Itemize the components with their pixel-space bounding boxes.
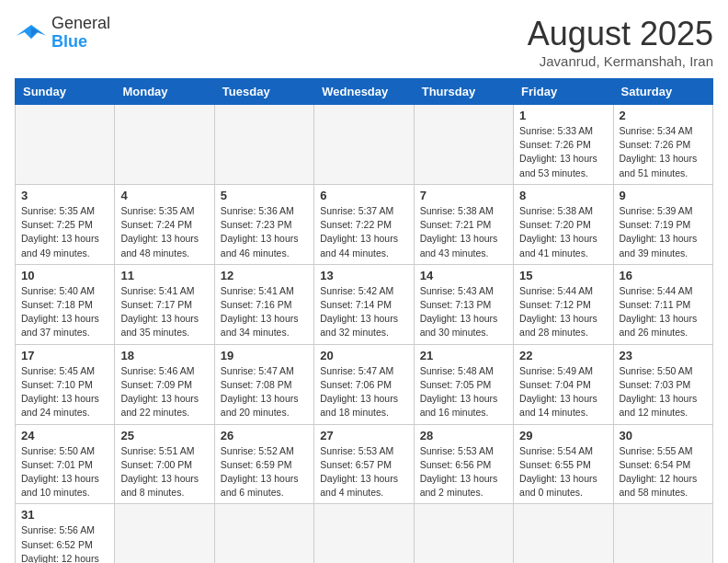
day-info: Sunrise: 5:42 AM Sunset: 7:14 PM Dayligh… [320, 284, 407, 340]
day-info: Sunrise: 5:34 AM Sunset: 7:26 PM Dayligh… [620, 124, 707, 180]
day-number: 24 [21, 429, 108, 442]
day-number: 1 [519, 109, 607, 122]
day-number: 4 [120, 189, 208, 202]
day-number: 10 [21, 269, 108, 282]
day-number: 17 [21, 349, 108, 362]
calendar-cell: 14Sunrise: 5:43 AM Sunset: 7:13 PM Dayli… [414, 264, 513, 344]
day-info: Sunrise: 5:38 AM Sunset: 7:21 PM Dayligh… [420, 204, 507, 260]
day-number: 21 [420, 349, 507, 362]
calendar-cell: 11Sunrise: 5:41 AM Sunset: 7:17 PM Dayli… [115, 264, 214, 344]
day-number: 2 [620, 109, 707, 122]
calendar-cell: 12Sunrise: 5:41 AM Sunset: 7:16 PM Dayli… [214, 264, 313, 344]
day-number: 25 [120, 429, 208, 442]
day-number: 11 [120, 269, 208, 282]
day-info: Sunrise: 5:33 AM Sunset: 7:26 PM Dayligh… [519, 124, 607, 180]
day-number: 30 [620, 429, 707, 442]
day-number: 16 [620, 269, 707, 282]
calendar-cell: 2Sunrise: 5:34 AM Sunset: 7:26 PM Daylig… [613, 105, 712, 185]
day-number: 18 [120, 349, 208, 362]
day-info: Sunrise: 5:50 AM Sunset: 7:01 PM Dayligh… [21, 444, 108, 500]
calendar-cell: 24Sunrise: 5:50 AM Sunset: 7:01 PM Dayli… [16, 424, 115, 504]
calendar-cell: 5Sunrise: 5:36 AM Sunset: 7:23 PM Daylig… [214, 184, 313, 264]
calendar-cell: 31Sunrise: 5:56 AM Sunset: 6:52 PM Dayli… [16, 504, 115, 563]
weekday-header-wednesday: Wednesday [314, 79, 414, 105]
day-info: Sunrise: 5:40 AM Sunset: 7:18 PM Dayligh… [21, 284, 108, 340]
day-number: 6 [320, 189, 407, 202]
day-number: 5 [221, 189, 308, 202]
weekday-header-saturday: Saturday [613, 79, 712, 105]
day-info: Sunrise: 5:53 AM Sunset: 6:56 PM Dayligh… [420, 444, 507, 500]
calendar-cell: 1Sunrise: 5:33 AM Sunset: 7:26 PM Daylig… [514, 105, 613, 185]
calendar-cell [214, 105, 313, 185]
calendar-cell: 20Sunrise: 5:47 AM Sunset: 7:06 PM Dayli… [314, 344, 414, 424]
day-number: 20 [320, 349, 407, 362]
calendar-cell [314, 105, 414, 185]
calendar-cell: 22Sunrise: 5:49 AM Sunset: 7:04 PM Dayli… [514, 344, 613, 424]
day-info: Sunrise: 5:43 AM Sunset: 7:13 PM Dayligh… [420, 284, 507, 340]
calendar-cell [314, 504, 414, 563]
day-info: Sunrise: 5:49 AM Sunset: 7:04 PM Dayligh… [519, 364, 607, 420]
day-number: 22 [519, 349, 607, 362]
day-number: 23 [620, 349, 707, 362]
calendar-row-0: 1Sunrise: 5:33 AM Sunset: 7:26 PM Daylig… [16, 105, 713, 185]
calendar-cell [414, 105, 513, 185]
calendar-row-5: 31Sunrise: 5:56 AM Sunset: 6:52 PM Dayli… [16, 504, 713, 563]
day-number: 13 [320, 269, 407, 282]
day-info: Sunrise: 5:53 AM Sunset: 6:57 PM Dayligh… [320, 444, 407, 500]
day-info: Sunrise: 5:48 AM Sunset: 7:05 PM Dayligh… [420, 364, 507, 420]
day-number: 3 [21, 189, 108, 202]
logo: GeneralBlue [15, 15, 110, 52]
calendar-row-4: 24Sunrise: 5:50 AM Sunset: 7:01 PM Dayli… [16, 424, 713, 504]
day-number: 31 [21, 508, 108, 522]
day-info: Sunrise: 5:36 AM Sunset: 7:23 PM Dayligh… [221, 204, 308, 260]
day-info: Sunrise: 5:44 AM Sunset: 7:12 PM Dayligh… [519, 284, 607, 340]
day-info: Sunrise: 5:47 AM Sunset: 7:06 PM Dayligh… [320, 364, 407, 420]
calendar-cell: 9Sunrise: 5:39 AM Sunset: 7:19 PM Daylig… [613, 184, 712, 264]
calendar-table: SundayMondayTuesdayWednesdayThursdayFrid… [15, 78, 713, 563]
day-number: 28 [420, 429, 507, 442]
logo-icon [15, 20, 48, 46]
location-subtitle: Javanrud, Kermanshah, Iran [528, 53, 713, 69]
calendar-cell: 28Sunrise: 5:53 AM Sunset: 6:56 PM Dayli… [414, 424, 513, 504]
day-info: Sunrise: 5:35 AM Sunset: 7:24 PM Dayligh… [120, 204, 208, 260]
calendar-cell [115, 504, 214, 563]
calendar-cell [214, 504, 313, 563]
day-info: Sunrise: 5:52 AM Sunset: 6:59 PM Dayligh… [221, 444, 308, 500]
calendar-cell: 6Sunrise: 5:37 AM Sunset: 7:22 PM Daylig… [314, 184, 414, 264]
day-number: 26 [221, 429, 308, 442]
calendar-cell [16, 105, 115, 185]
calendar-cell: 19Sunrise: 5:47 AM Sunset: 7:08 PM Dayli… [214, 344, 313, 424]
calendar-cell: 15Sunrise: 5:44 AM Sunset: 7:12 PM Dayli… [514, 264, 613, 344]
calendar-cell: 25Sunrise: 5:51 AM Sunset: 7:00 PM Dayli… [115, 424, 214, 504]
day-info: Sunrise: 5:50 AM Sunset: 7:03 PM Dayligh… [620, 364, 707, 420]
day-number: 14 [420, 269, 507, 282]
calendar-cell [613, 504, 712, 563]
day-number: 15 [519, 269, 607, 282]
calendar-cell: 18Sunrise: 5:46 AM Sunset: 7:09 PM Dayli… [115, 344, 214, 424]
day-info: Sunrise: 5:37 AM Sunset: 7:22 PM Dayligh… [320, 204, 407, 260]
calendar-cell: 26Sunrise: 5:52 AM Sunset: 6:59 PM Dayli… [214, 424, 313, 504]
weekday-header-thursday: Thursday [414, 79, 513, 105]
calendar-cell: 16Sunrise: 5:44 AM Sunset: 7:11 PM Dayli… [613, 264, 712, 344]
calendar-row-1: 3Sunrise: 5:35 AM Sunset: 7:25 PM Daylig… [16, 184, 713, 264]
page-header: GeneralBlue August 2025 Javanrud, Kerman… [15, 15, 713, 69]
calendar-cell: 4Sunrise: 5:35 AM Sunset: 7:24 PM Daylig… [115, 184, 214, 264]
day-info: Sunrise: 5:44 AM Sunset: 7:11 PM Dayligh… [620, 284, 707, 340]
calendar-cell: 29Sunrise: 5:54 AM Sunset: 6:55 PM Dayli… [514, 424, 613, 504]
day-info: Sunrise: 5:41 AM Sunset: 7:16 PM Dayligh… [221, 284, 308, 340]
weekday-header-sunday: Sunday [16, 79, 115, 105]
day-info: Sunrise: 5:55 AM Sunset: 6:54 PM Dayligh… [620, 444, 707, 500]
day-info: Sunrise: 5:35 AM Sunset: 7:25 PM Dayligh… [21, 204, 108, 260]
logo-text: GeneralBlue [51, 15, 110, 52]
weekday-header-row: SundayMondayTuesdayWednesdayThursdayFrid… [16, 79, 713, 105]
day-number: 29 [519, 429, 607, 442]
title-area: August 2025 Javanrud, Kermanshah, Iran [528, 15, 713, 69]
day-info: Sunrise: 5:45 AM Sunset: 7:10 PM Dayligh… [21, 364, 108, 420]
weekday-header-tuesday: Tuesday [214, 79, 313, 105]
calendar-cell [115, 105, 214, 185]
calendar-cell: 23Sunrise: 5:50 AM Sunset: 7:03 PM Dayli… [613, 344, 712, 424]
day-info: Sunrise: 5:38 AM Sunset: 7:20 PM Dayligh… [519, 204, 607, 260]
day-info: Sunrise: 5:47 AM Sunset: 7:08 PM Dayligh… [221, 364, 308, 420]
day-info: Sunrise: 5:39 AM Sunset: 7:19 PM Dayligh… [620, 204, 707, 260]
calendar-cell [414, 504, 513, 563]
